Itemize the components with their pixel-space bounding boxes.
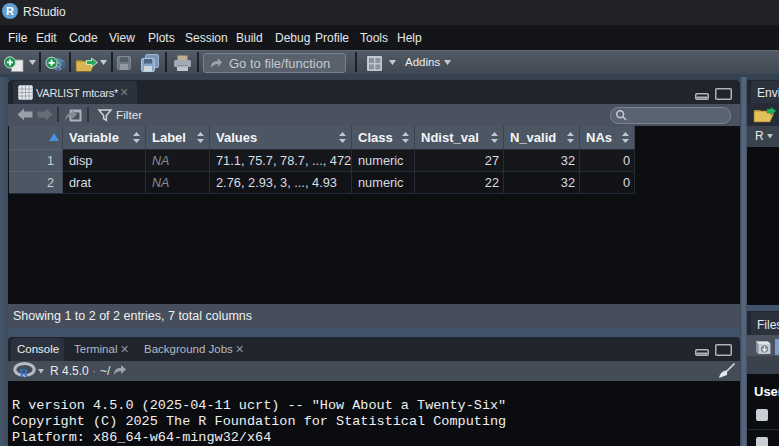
svg-text:R: R — [19, 365, 29, 380]
